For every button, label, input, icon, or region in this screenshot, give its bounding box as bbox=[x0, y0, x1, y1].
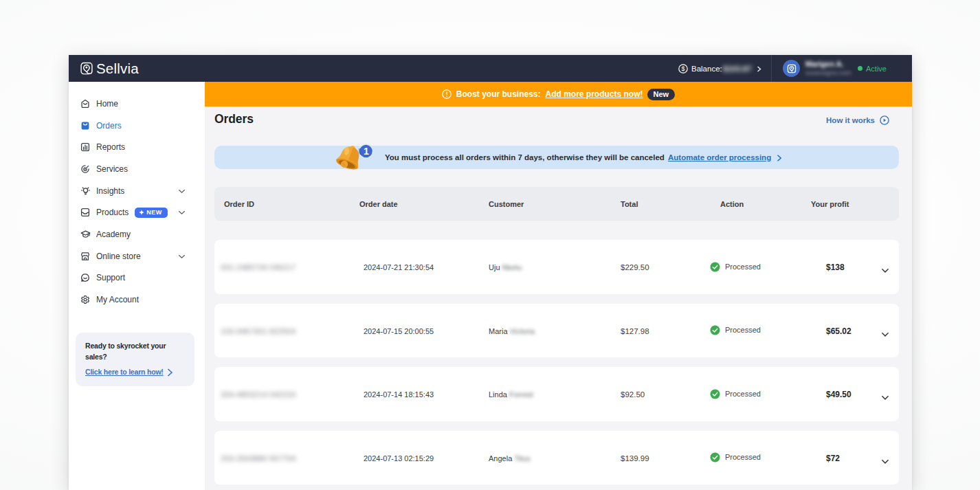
svg-text:1: 1 bbox=[364, 146, 369, 157]
svg-text:$: $ bbox=[681, 65, 684, 72]
